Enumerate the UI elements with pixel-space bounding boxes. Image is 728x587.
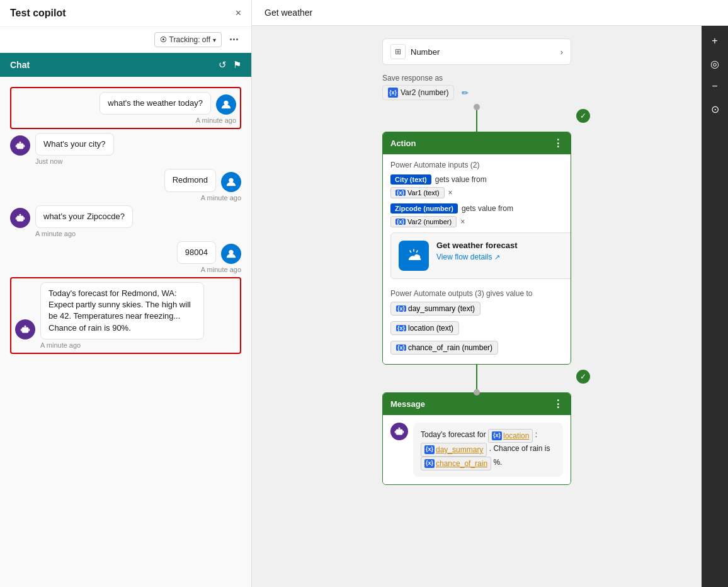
output-tag-3: {x} chance_of_rain (number) <box>390 341 498 355</box>
input-row-2: Zipcode (number) gets value from <box>390 203 563 214</box>
right-content: ⊞ Number › Save response as {x} Var2 (nu… <box>252 26 728 587</box>
svg-rect-11 <box>20 214 21 215</box>
chevron-down-icon: ▾ <box>213 37 216 43</box>
svg-rect-25 <box>396 429 403 435</box>
forecast-title: Get weather forecast <box>436 241 518 250</box>
day-summary-var-label: day_summary <box>436 444 483 455</box>
close-button[interactable]: × <box>236 8 241 19</box>
city-badge: City (text) <box>390 174 431 185</box>
svg-point-9 <box>18 217 20 219</box>
message-bot-avatar <box>390 423 408 440</box>
message-menu-icon[interactable]: ⋮ <box>553 398 563 410</box>
user-avatar-3 <box>221 172 241 192</box>
gets-value-from-2: gets value from <box>462 204 513 213</box>
svg-point-26 <box>397 431 399 432</box>
chevron-right-icon: › <box>560 47 563 57</box>
message-text-5: 98004 <box>185 248 208 257</box>
svg-rect-29 <box>395 431 396 433</box>
message-header: Message ⋮ <box>383 393 571 415</box>
tracking-label: Tracking: off <box>169 35 210 44</box>
outputs-label: Power Automate outputs (3) gives value t… <box>390 289 563 298</box>
chat-body: what's the weather today? A minute ago W… <box>0 77 251 587</box>
action-node: Action ⋮ Power Automate inputs (2) City … <box>382 132 571 365</box>
edit-icon[interactable]: ✏ <box>462 88 469 98</box>
svg-rect-12 <box>16 217 17 220</box>
var1-badge: {x} Var1 (text) <box>390 187 445 198</box>
message-bubble-node: Today's forecast for {x} location : {x} … <box>413 423 563 477</box>
bot-avatar-4 <box>10 208 30 228</box>
message-node: Message ⋮ Today's forecast for {x} <box>382 392 571 485</box>
input-row-1b: {x} Var1 (text) × <box>390 187 563 198</box>
input-row-2b: {x} Var2 (number) × <box>390 216 563 227</box>
msg-bubble-wrap-3: Redmond <box>164 169 241 191</box>
action-body: Power Automate inputs (2) City (text) ge… <box>383 154 571 364</box>
var-icon-location: {x} <box>492 431 502 440</box>
message-time-1: A minute ago <box>196 117 236 124</box>
left-panel: Test copilot × ⦿ Tracking: off ▾ ··· Cha… <box>0 0 252 587</box>
zoom-toolbar: + ◎ − ⊙ <box>702 26 728 587</box>
message-text-1: what's the weather today? <box>108 98 203 108</box>
remove-var1-button[interactable]: × <box>448 188 453 197</box>
message-text-4: what's your Zipcocde? <box>43 212 125 221</box>
var-icon-day: {x} <box>424 445 435 454</box>
reset-icon[interactable]: ↺ <box>219 59 227 71</box>
message-time-4: A minute ago <box>10 230 76 237</box>
zipcode-badge: Zipcode (number) <box>390 203 458 214</box>
action-title: Action <box>390 139 416 148</box>
user-avatar <box>216 94 236 115</box>
chat-header-icons: ↺ ⚑ <box>219 59 241 71</box>
msg-suffix: %. <box>493 458 502 467</box>
message-time-2: Just now <box>10 157 62 165</box>
forecast-info: Get weather forecast View flow details ↗ <box>436 241 518 261</box>
message-bubble-5: 98004 <box>177 241 216 264</box>
number-node[interactable]: ⊞ Number › <box>382 38 571 65</box>
output-tag-1: {x} day_summary (text) <box>390 302 481 316</box>
output-label-1: day_summary (text) <box>408 304 475 313</box>
flag-icon[interactable]: ⚑ <box>233 59 241 71</box>
tracking-button[interactable]: ⦿ Tracking: off ▾ <box>154 32 222 47</box>
location-var-label: location <box>503 430 529 442</box>
check-badge-1: ✓ <box>576 109 590 123</box>
output-var-icon-2: {x} <box>396 325 406 331</box>
message-time-6: A minute ago <box>15 341 81 349</box>
msg-prefix: Today's forecast for <box>421 430 486 439</box>
zoom-out-button[interactable]: − <box>705 76 725 96</box>
svg-rect-28 <box>399 428 401 430</box>
svg-point-10 <box>21 217 22 219</box>
message-time-3: A minute ago <box>201 194 241 202</box>
more-button[interactable]: ··· <box>227 33 241 47</box>
outputs-section: Power Automate outputs (3) gives value t… <box>390 284 563 358</box>
message-row-4: what's your Zipcocde? A minute ago <box>10 205 241 237</box>
right-top-bar: Get weather <box>252 0 728 26</box>
svg-rect-20 <box>28 329 30 331</box>
history-button[interactable]: ⊙ <box>705 99 725 119</box>
right-panel: Get weather ⊞ Number › Save response as … <box>252 0 728 587</box>
message-bubble-1: what's the weather today? <box>100 92 211 115</box>
rain-var-label: chance_of_rain <box>436 458 487 469</box>
msg-bubble-wrap-6: Today's forecast for Redmond, WA: Expect… <box>15 282 204 339</box>
svg-point-0 <box>224 101 228 105</box>
center-button[interactable]: ◎ <box>705 54 725 74</box>
connector-1: ✓ <box>382 104 571 132</box>
view-flow-link[interactable]: View flow details ↗ <box>436 253 518 261</box>
bot-avatar-6 <box>15 319 35 339</box>
input-row-1: City (text) gets value from <box>390 174 563 185</box>
message-text-2: What's your city? <box>43 139 106 149</box>
output-label-3: chance_of_rain (number) <box>408 343 492 352</box>
msg-bubble-wrap-5: 98004 <box>177 241 241 264</box>
svg-point-27 <box>400 431 401 432</box>
svg-point-16 <box>23 329 25 330</box>
flow-title: Get weather <box>264 8 312 18</box>
message-row-2: What's your city? Just now <box>10 133 241 165</box>
bot-avatar-2 <box>10 135 30 156</box>
output-label-2: location (text) <box>408 324 453 333</box>
remove-var2-button[interactable]: × <box>460 217 465 226</box>
view-flow-label: View flow details <box>436 253 492 261</box>
power-automate-inputs-label: Power Automate inputs (2) <box>390 161 563 169</box>
msg-bubble-wrap-4: what's your Zipcocde? <box>10 205 133 228</box>
tracking-icon: ⦿ <box>160 36 167 43</box>
chat-title: Chat <box>10 60 30 70</box>
action-menu-icon[interactable]: ⋮ <box>553 137 563 149</box>
zoom-in-button[interactable]: + <box>705 31 725 51</box>
output-var-icon-3: {x} <box>396 345 406 351</box>
